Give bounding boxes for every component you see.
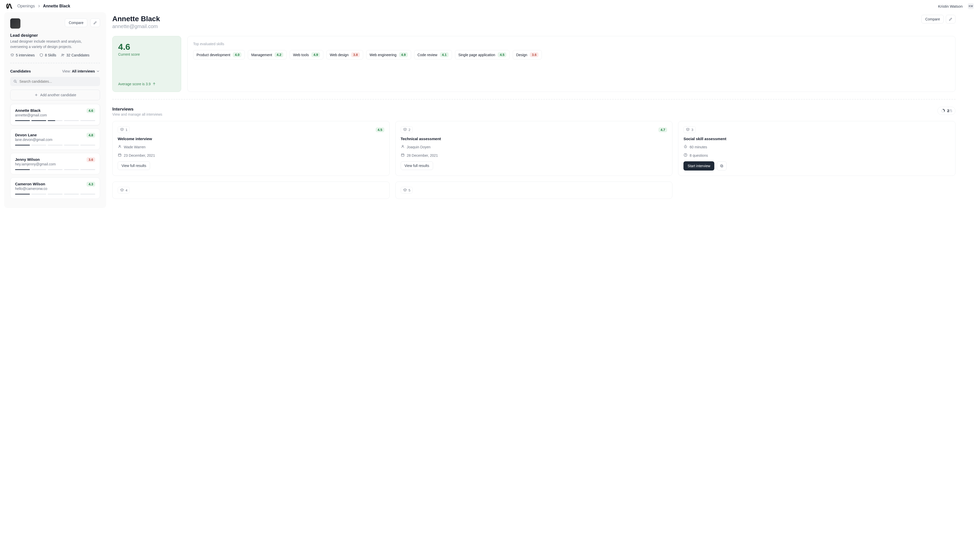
candidate-name: Cameron Wilson <box>15 182 47 186</box>
skills-heading: Top evaluated skills <box>193 42 950 46</box>
interview-title: Technical assessment <box>401 137 667 141</box>
view-results-button[interactable]: View full results <box>401 161 433 170</box>
role-title: Lead designer <box>10 33 100 38</box>
search-icon <box>13 80 18 83</box>
avatar[interactable]: KW <box>968 3 974 9</box>
start-interview-button[interactable]: Start interview <box>683 161 714 171</box>
app-logo[interactable] <box>6 3 15 9</box>
breadcrumb-root[interactable]: Openings <box>18 4 35 8</box>
search-candidates[interactable] <box>10 77 100 86</box>
skill-chip[interactable]: Management4.2 <box>248 50 286 59</box>
progress-ring-icon <box>941 108 945 113</box>
svg-marker-31 <box>404 189 407 190</box>
interview-meta-1: 60 minutes <box>683 145 950 149</box>
add-candidate-button[interactable]: Add another candidate <box>10 89 100 100</box>
score-badge: 4.7 <box>659 127 667 132</box>
chevron-down-icon <box>96 69 100 73</box>
user-icon <box>118 145 122 149</box>
edit-button[interactable] <box>90 18 100 27</box>
copy-button[interactable] <box>717 161 727 171</box>
pencil-icon <box>93 21 97 25</box>
skill-chip[interactable]: Single page application4.5 <box>455 50 510 59</box>
score-badge: 4.3 <box>86 182 95 186</box>
breadcrumb-current: Annette Black <box>43 4 70 8</box>
skill-label: Web tools <box>293 53 309 57</box>
skill-label: Web engineering <box>369 53 396 57</box>
current-score-label: Current score <box>118 52 175 56</box>
interview-number: 2 <box>401 126 413 133</box>
candidate-card[interactable]: Annette Blackannette@gmail.com4.6 <box>10 104 100 125</box>
interview-progress: 2/5 <box>937 107 956 115</box>
edit-button[interactable] <box>946 15 956 24</box>
pencil-icon <box>948 17 953 21</box>
progress-bars <box>15 120 95 121</box>
interview-card: 5 <box>395 182 673 199</box>
score-badge: 4.0 <box>233 52 242 57</box>
interview-meta-1: Joaquin Doyen <box>401 145 667 149</box>
svg-marker-15 <box>404 128 407 130</box>
main-pane: Annette Black annette@gmail.com Compare … <box>112 12 976 208</box>
score-badge: 4.9 <box>311 52 320 57</box>
svg-point-2 <box>63 54 64 55</box>
view-results-button[interactable]: View full results <box>118 161 150 170</box>
score-badge: 4.5 <box>375 127 384 132</box>
svg-rect-11 <box>118 154 121 156</box>
skill-label: Single page application <box>458 53 495 57</box>
skill-chip[interactable]: Design3.6 <box>513 50 542 59</box>
svg-point-16 <box>402 145 403 147</box>
skill-label: Design <box>516 53 527 57</box>
interview-meta-2: 23 December, 2021 <box>118 153 384 158</box>
average-score-label: Average score is 3.9 <box>118 82 175 86</box>
progress-bars <box>15 194 95 194</box>
svg-point-27 <box>686 156 686 156</box>
candidate-card[interactable]: Cameron Wilsonhello@cameronw.co4.3 <box>10 177 100 199</box>
skill-chip[interactable]: Web design3.8 <box>326 50 363 59</box>
score-card: 4.6 Current score Average score is 3.9 <box>112 36 181 92</box>
candidate-name: Devon Lane <box>15 133 52 137</box>
user-icon <box>401 145 405 149</box>
candidate-email: hello@cameronw.co <box>15 186 47 191</box>
interview-card: 14.5Welcome interviewWade Warren23 Decem… <box>112 121 390 176</box>
skill-chip[interactable]: Code review4.1 <box>414 50 452 59</box>
interview-card: 3Social skill assessment60 minutes8 ques… <box>678 121 956 176</box>
svg-point-3 <box>14 80 16 82</box>
score-badge: 4.2 <box>275 52 283 57</box>
current-user-name[interactable]: Kristin Watson <box>938 4 963 8</box>
stat-candidates: 32 Candidates <box>61 53 89 57</box>
candidate-card[interactable]: Jenny Wilsonhey.iamjenny@gmail.com3.6 <box>10 153 100 174</box>
interview-meta-2: 8 questions <box>683 153 950 158</box>
skill-label: Web design <box>330 53 348 57</box>
skill-chip[interactable]: Web tools4.9 <box>290 50 323 59</box>
calendar-icon <box>401 153 405 158</box>
svg-rect-29 <box>721 165 722 166</box>
interview-number: 1 <box>118 126 130 133</box>
score-badge: 3.6 <box>530 52 538 57</box>
help-icon <box>683 153 687 158</box>
skill-chip[interactable]: Product development4.0 <box>193 50 245 59</box>
skill-label: Management <box>251 53 272 57</box>
view-filter[interactable]: View: All interviews <box>62 69 100 73</box>
page-title: Annette Black <box>112 15 160 23</box>
svg-marker-30 <box>121 189 124 190</box>
compare-button[interactable]: Compare <box>65 18 87 27</box>
search-input[interactable] <box>19 80 97 83</box>
interview-card: 4 <box>112 182 390 199</box>
interview-number: 4 <box>118 187 130 193</box>
interview-meta-2: 28 December, 2021 <box>401 153 667 158</box>
candidate-card[interactable]: Devon Lanelane.devon@gmail.com4.8 <box>10 128 100 150</box>
skill-chip[interactable]: Web engineering4.9 <box>366 50 411 59</box>
svg-marker-9 <box>121 128 124 130</box>
stat-skills: 8 Skills <box>39 53 56 57</box>
svg-rect-17 <box>401 154 404 156</box>
interview-title: Social skill assessment <box>683 137 950 141</box>
plus-icon <box>34 93 38 97</box>
skills-card: Top evaluated skills Product development… <box>187 36 956 92</box>
breadcrumb: Openings Annette Black <box>18 4 70 8</box>
calendar-icon <box>118 153 122 158</box>
arrow-up-icon <box>152 82 156 86</box>
svg-point-10 <box>119 145 121 147</box>
candidate-email: lane.devon@gmail.com <box>15 138 52 142</box>
compare-button[interactable]: Compare <box>921 15 944 24</box>
skill-label: Code review <box>417 53 438 57</box>
role-logo <box>10 18 21 29</box>
